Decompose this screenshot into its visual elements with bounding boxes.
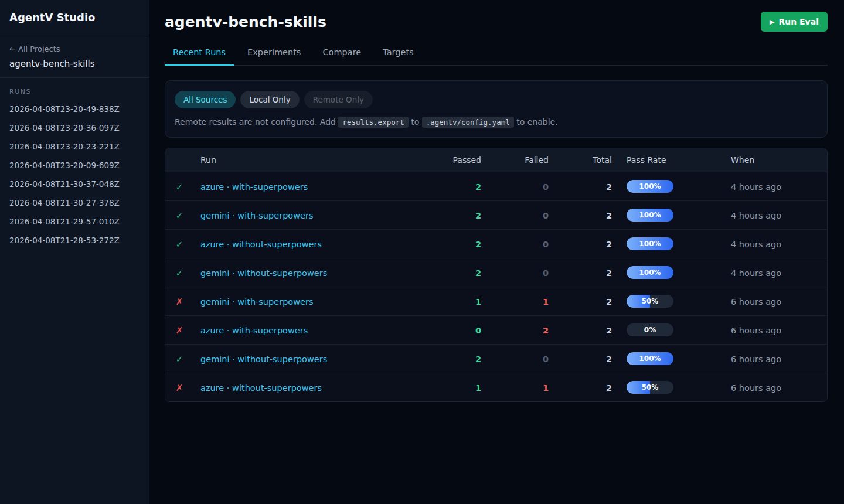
table-row[interactable]: ✓ gemini · without-superpowers 2 0 2 100… [165, 258, 827, 287]
total-count: 2 [606, 211, 612, 220]
page-header: agentv-bench-skills ▶Run Eval [165, 12, 828, 32]
failed-cell: 0 [481, 239, 549, 250]
sidebar-run-item[interactable]: 2026-04-08T23-20-36-097Z [0, 118, 149, 137]
run-link[interactable]: azure · with-superpowers [200, 182, 308, 192]
status-icon: ✓ [176, 268, 183, 278]
status-cell: ✗ [165, 325, 193, 336]
status-cell: ✓ [165, 210, 193, 221]
run-cell: gemini · with-superpowers [193, 210, 417, 221]
source-filter-chip[interactable]: Remote Only [304, 91, 373, 108]
failed-count: 2 [543, 326, 549, 335]
passed-cell: 2 [417, 267, 481, 278]
pass-rate-pill: 0% [627, 323, 673, 336]
failed-cell: 0 [481, 353, 549, 365]
run-link[interactable]: azure · with-superpowers [200, 326, 308, 335]
pass-rate-cell: 100% [612, 209, 720, 222]
source-filter-panel: All Sources Local Only Remote Only Remot… [165, 80, 828, 138]
when-text: 6 hours ago [731, 355, 781, 364]
failed-cell: 1 [481, 296, 549, 307]
when-text: 4 hours ago [731, 211, 781, 220]
status-cell: ✓ [165, 239, 193, 250]
total-cell: 2 [549, 382, 612, 393]
passed-count: 1 [475, 297, 481, 307]
run-link[interactable]: gemini · with-superpowers [200, 211, 314, 220]
passed-cell: 0 [417, 325, 481, 336]
when-text: 4 hours ago [731, 182, 781, 192]
source-filter-chips: All Sources Local Only Remote Only [175, 91, 818, 108]
failed-cell: 0 [481, 210, 549, 221]
sidebar: AgentV Studio ← All Projects agentv-benc… [0, 0, 149, 504]
column-passed: Passed [417, 155, 481, 165]
failed-cell: 2 [481, 325, 549, 336]
table-row[interactable]: ✗ azure · without-superpowers 1 1 2 50% … [165, 373, 827, 401]
total-cell: 2 [549, 296, 612, 307]
run-eval-button[interactable]: ▶Run Eval [761, 12, 828, 32]
tab[interactable]: Targets [375, 47, 421, 66]
status-icon: ✗ [176, 325, 183, 336]
table-row[interactable]: ✗ azure · with-superpowers 0 2 2 0% 6 ho… [165, 315, 827, 344]
failed-count: 0 [543, 355, 549, 364]
sidebar-run-item[interactable]: 2026-04-08T21-30-27-378Z [0, 193, 149, 212]
table-row[interactable]: ✓ azure · with-superpowers 2 0 2 100% 4 … [165, 172, 827, 200]
table-row[interactable]: ✓ azure · without-superpowers 2 0 2 100%… [165, 229, 827, 258]
passed-cell: 2 [417, 181, 481, 192]
sidebar-run-item[interactable]: 2026-04-08T21-29-57-010Z [0, 212, 149, 231]
back-to-all-projects-link[interactable]: ← All Projects [9, 45, 60, 53]
column-when: When [720, 155, 827, 165]
pass-rate-label: 0% [627, 323, 673, 336]
when-text: 6 hours ago [731, 326, 781, 335]
run-cell: gemini · without-superpowers [193, 267, 417, 278]
source-filter-chip[interactable]: All Sources [175, 91, 236, 108]
total-count: 2 [606, 240, 612, 249]
pass-rate-pill: 100% [627, 266, 673, 279]
sidebar-run-item[interactable]: 2026-04-08T21-30-37-048Z [0, 175, 149, 193]
column-total: Total [549, 155, 612, 165]
table-row[interactable]: ✓ gemini · without-superpowers 2 0 2 100… [165, 344, 827, 373]
play-icon: ▶ [770, 18, 774, 26]
when-cell: 6 hours ago [720, 353, 827, 365]
status-cell: ✓ [165, 267, 193, 278]
passed-count: 2 [475, 240, 481, 249]
column-run: Run [193, 155, 417, 165]
failed-cell: 0 [481, 181, 549, 192]
sidebar-run-item[interactable]: 2026-04-08T23-20-49-838Z [0, 100, 149, 118]
project-block: ← All Projects agentv-bench-skills [0, 35, 149, 78]
table-row[interactable]: ✗ gemini · with-superpowers 1 1 2 50% 6 … [165, 287, 827, 315]
tab[interactable]: Experiments [239, 47, 309, 66]
pass-rate-label: 100% [627, 180, 673, 193]
tab[interactable]: Compare [314, 47, 369, 66]
run-link[interactable]: azure · without-superpowers [200, 240, 322, 249]
notice-suffix: to enable. [514, 117, 558, 127]
sidebar-run-item[interactable]: 2026-04-08T23-20-23-221Z [0, 137, 149, 156]
when-cell: 6 hours ago [720, 296, 827, 307]
tab-bar: Recent Runs Experiments Compare Targets [165, 47, 828, 66]
run-cell: gemini · without-superpowers [193, 353, 417, 365]
runs-section-label: RUNS [0, 78, 149, 100]
source-filter-chip[interactable]: Local Only [240, 91, 299, 108]
passed-cell: 2 [417, 353, 481, 365]
status-cell: ✗ [165, 296, 193, 307]
run-cell: azure · without-superpowers [193, 239, 417, 250]
when-cell: 4 hours ago [720, 239, 827, 250]
passed-count: 2 [475, 182, 481, 192]
pass-rate-pill: 50% [627, 295, 673, 308]
failed-count: 0 [543, 240, 549, 249]
column-pass-rate: Pass Rate [612, 155, 720, 165]
table-row[interactable]: ✓ gemini · with-superpowers 2 0 2 100% 4… [165, 200, 827, 229]
total-count: 2 [606, 297, 612, 307]
status-cell: ✓ [165, 181, 193, 192]
status-icon: ✗ [176, 383, 183, 393]
sidebar-run-item[interactable]: 2026-04-08T21-28-53-272Z [0, 231, 149, 250]
status-icon: ✓ [176, 354, 183, 365]
run-link[interactable]: gemini · with-superpowers [200, 297, 314, 307]
sidebar-run-item[interactable]: 2026-04-08T23-20-09-609Z [0, 156, 149, 175]
notice-middle: to [409, 117, 422, 127]
run-link[interactable]: gemini · without-superpowers [200, 355, 327, 364]
run-link[interactable]: gemini · without-superpowers [200, 268, 327, 278]
run-link[interactable]: azure · without-superpowers [200, 383, 322, 393]
back-arrow-icon: ← [9, 45, 16, 53]
tab[interactable]: Recent Runs [165, 47, 234, 66]
failed-count: 0 [543, 182, 549, 192]
run-cell: azure · without-superpowers [193, 382, 417, 393]
passed-count: 2 [475, 268, 481, 278]
